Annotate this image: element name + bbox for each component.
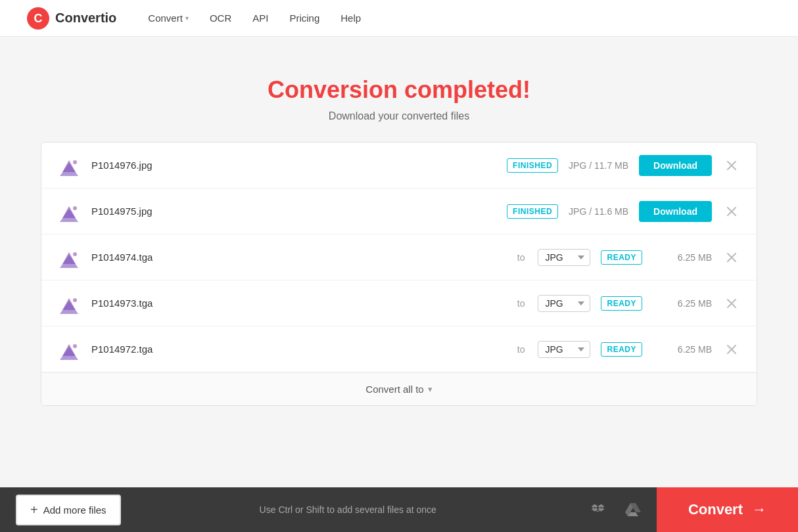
file-icon: [57, 200, 81, 223]
status-badge: READY: [601, 296, 642, 311]
file-icon: [57, 338, 81, 361]
file-size: 6.25 MB: [653, 252, 712, 263]
download-button[interactable]: Download: [639, 155, 712, 176]
file-icon: [57, 246, 81, 269]
close-button[interactable]: [722, 202, 741, 221]
file-row: P1014972.tga to JPG PNG WEBP BMP GIF REA…: [41, 326, 757, 372]
svg-point-5: [73, 160, 77, 164]
format-select[interactable]: JPG PNG WEBP BMP GIF: [538, 295, 590, 312]
cloud-icons-group: [575, 499, 657, 520]
svg-point-11: [73, 206, 77, 210]
file-name: P1014976.jpg: [91, 160, 496, 171]
convert-action-button[interactable]: Convert →: [657, 487, 798, 532]
format-select[interactable]: JPG PNG WEBP BMP GIF: [538, 249, 590, 266]
close-icon: [726, 298, 737, 309]
status-badge: FINISHED: [507, 204, 558, 219]
hero-title: Conversion completed!: [13, 76, 785, 104]
logo-text: Convertio: [55, 11, 116, 26]
close-icon: [726, 252, 737, 263]
file-row: P1014975.jpg FINISHED JPG / 11.6 MB Down…: [41, 188, 757, 234]
hero-section: Conversion completed! Download your conv…: [0, 37, 798, 142]
close-button[interactable]: [722, 340, 741, 359]
file-row: P1014974.tga to JPG PNG WEBP BMP GIF REA…: [41, 234, 757, 280]
navbar: C Convertio Convert ▾ OCR API Pricing He…: [0, 0, 798, 37]
to-label: to: [517, 298, 525, 309]
chevron-down-icon: ▾: [428, 384, 433, 394]
file-row: P1014976.jpg FINISHED JPG / 11.7 MB Down…: [41, 143, 757, 188]
svg-text:C: C: [34, 12, 43, 25]
bottom-bar: + Add more files Use Ctrl or Shift to ad…: [0, 487, 798, 532]
to-label: to: [517, 252, 525, 263]
close-icon: [726, 344, 737, 355]
status-badge: READY: [601, 342, 642, 357]
nav-pricing[interactable]: Pricing: [289, 12, 319, 24]
file-name: P1014974.tga: [91, 252, 507, 263]
file-name: P1014975.jpg: [91, 206, 496, 217]
svg-point-29: [73, 344, 77, 348]
convert-all-row: Convert all to ▾: [41, 372, 757, 405]
plus-icon: +: [30, 502, 38, 518]
nav-api[interactable]: API: [252, 12, 268, 24]
close-button[interactable]: [722, 294, 741, 313]
logo[interactable]: C Convertio: [26, 7, 116, 30]
file-size: JPG / 11.6 MB: [569, 206, 628, 217]
dropbox-icon[interactable]: [588, 499, 609, 520]
arrow-right-icon: →: [752, 501, 766, 518]
close-button[interactable]: [722, 248, 741, 267]
format-select[interactable]: JPG PNG WEBP BMP GIF: [538, 341, 590, 358]
status-badge: READY: [601, 250, 642, 265]
hint-text: Use Ctrl or Shift to add several files a…: [121, 504, 575, 515]
file-name: P1014973.tga: [91, 298, 507, 309]
nav-help[interactable]: Help: [340, 12, 361, 24]
file-size: 6.25 MB: [653, 298, 712, 309]
close-icon: [726, 160, 737, 171]
close-icon: [726, 206, 737, 217]
convert-all-label[interactable]: Convert all to ▾: [365, 384, 432, 395]
chevron-down-icon: ▾: [185, 14, 189, 22]
file-icon: [57, 154, 81, 177]
to-label: to: [517, 344, 525, 355]
download-button[interactable]: Download: [639, 201, 712, 222]
file-size: JPG / 11.7 MB: [569, 160, 628, 171]
svg-point-23: [73, 298, 77, 302]
nav-convert[interactable]: Convert ▾: [148, 12, 189, 24]
hero-subtitle: Download your converted files: [13, 110, 785, 122]
svg-point-17: [73, 252, 77, 256]
logo-icon: C: [26, 7, 50, 30]
status-badge: FINISHED: [507, 158, 558, 173]
add-files-button[interactable]: + Add more files: [16, 495, 121, 525]
file-name: P1014972.tga: [91, 344, 507, 355]
file-icon: [57, 292, 81, 315]
file-size: 6.25 MB: [653, 344, 712, 355]
file-row: P1014973.tga to JPG PNG WEBP BMP GIF REA…: [41, 280, 757, 326]
google-drive-icon[interactable]: [622, 499, 644, 520]
file-list-card: P1014976.jpg FINISHED JPG / 11.7 MB Down…: [41, 142, 757, 406]
nav-ocr[interactable]: OCR: [210, 12, 231, 24]
close-button[interactable]: [722, 156, 741, 175]
